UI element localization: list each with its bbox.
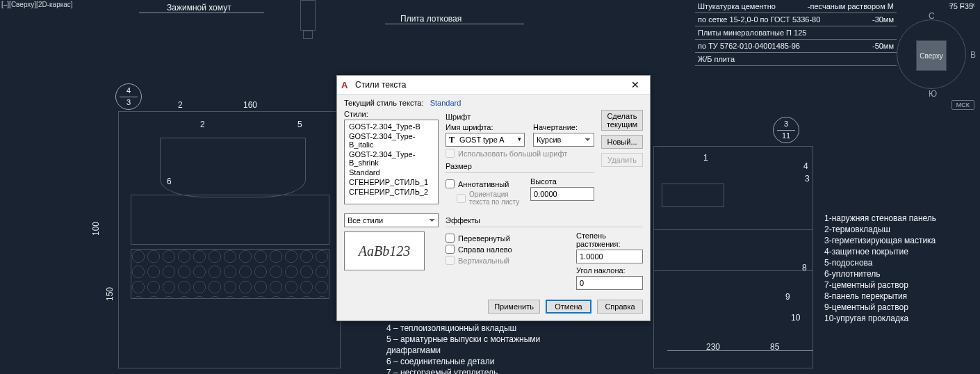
legend-item: диафрагмами	[386, 345, 540, 356]
close-icon[interactable]: ✕	[626, 79, 644, 90]
cad-dim: 8	[802, 263, 807, 273]
viewcube-south[interactable]: Ю	[929, 89, 937, 99]
legend-item: 6-уплотнитель	[824, 268, 936, 279]
cancel-button[interactable]: Отмена	[546, 300, 591, 314]
spec-row: по сетке 15-2,0-0 по ГОСТ 5336-80 -30мм	[695, 13, 897, 26]
cad-dim: 150	[105, 287, 115, 301]
oblique-angle-label: Угол наклона:	[576, 266, 643, 275]
font-name-combo[interactable]: T GOST type A ▾	[446, 133, 525, 147]
oblique-angle-input[interactable]	[576, 276, 643, 290]
legend-item: 2-термовкладыш	[824, 224, 936, 235]
cad-dimline	[667, 350, 813, 351]
styles-label: Стили:	[344, 110, 439, 118]
upside-down-checkbox-input[interactable]	[446, 234, 455, 243]
font-name-value: GOST type A	[459, 136, 505, 144]
current-style-value: Standard	[430, 99, 462, 107]
width-factor-label: Степень растяжения:	[576, 231, 643, 248]
style-item[interactable]: GOST-2.304_Type-B_italic	[345, 131, 438, 149]
style-filter-combo[interactable]: Все стили	[344, 213, 439, 227]
cad-hatch	[131, 249, 329, 299]
viewcube[interactable]: Сверху С В Ю	[890, 13, 973, 96]
delete-button: Удалить	[601, 153, 643, 167]
chevron-down-icon: ▾	[518, 136, 521, 143]
height-input[interactable]	[530, 187, 594, 201]
help-button[interactable]: Справка	[597, 300, 643, 314]
truetype-icon: T	[449, 135, 457, 145]
current-style-row: Текущий стиль текста: Standard	[344, 99, 643, 107]
spec-cell: Плиты минераловатные П 125	[698, 29, 887, 37]
annotative-checkbox[interactable]: Аннотативный	[446, 179, 522, 188]
rtl-checkbox-input[interactable]	[446, 245, 455, 254]
orient-checkbox-input	[457, 194, 466, 203]
cad-dim: 1	[703, 153, 708, 163]
spec-cell: по ТУ 5762-010-04001485-96	[698, 42, 865, 50]
spec-row: Штукатурка цементно -песчаным раствором …	[695, 0, 897, 13]
dialog-titlebar[interactable]: A Стили текста ✕	[337, 76, 650, 95]
rtl-checkbox[interactable]: Справа налево	[446, 245, 568, 254]
vertical-label: Вертикальный	[458, 257, 509, 265]
annotative-checkbox-input[interactable]	[446, 179, 455, 188]
viewcube-north[interactable]: С	[929, 11, 935, 21]
dialog-footer: Применить Отмена Справка	[337, 295, 650, 320]
styles-listbox[interactable]: GOST-2.304_Type-B GOST-2.304_Type-B_ital…	[344, 120, 439, 204]
style-item[interactable]: GOST-2.304_Type-B	[345, 122, 438, 131]
legend-right: 1-наружняя стеновая панель 2-термовклады…	[824, 213, 936, 324]
cad-dim: 100	[91, 222, 101, 236]
spec-row: по ТУ 5762-010-04001485-96 -50мм	[695, 40, 897, 53]
spec-table: Штукатурка цементно -песчаным раствором …	[695, 0, 897, 66]
legend-item: 7 – несгораемый утеплитель	[386, 367, 540, 374]
width-factor-input[interactable]	[576, 250, 643, 263]
style-item[interactable]: GOST-2.304_Type-B_shrink	[345, 149, 438, 168]
style-item[interactable]: Standard	[345, 168, 438, 177]
rtl-label: Справа налево	[458, 245, 512, 254]
orient-label: Ориентация текста по листу	[469, 190, 522, 206]
cad-dim: 4	[803, 161, 808, 171]
orient-checkbox: Ориентация текста по листу	[457, 190, 522, 206]
bubble-top: 4	[126, 86, 131, 95]
size-group-label: Размер	[446, 162, 594, 170]
effects-group-label: Эффекты	[446, 216, 643, 225]
viewport-tag: [–][Сверху][2D-каркас]	[1, 1, 73, 8]
legend-item: 8-панель перекрытия	[824, 291, 936, 302]
spec-cell: -песчаным раствором М	[808, 2, 894, 10]
big-font-checkbox: Использовать большой шрифт	[446, 149, 594, 158]
height-label: Высота	[530, 177, 594, 186]
bubble-top: 3	[784, 120, 788, 129]
cad-shape	[160, 138, 306, 197]
bubble-bot: 3	[126, 98, 131, 107]
bubble-bot: 11	[782, 131, 790, 140]
dialog-title: Стили текста	[355, 80, 626, 90]
cad-dim: 160	[243, 100, 257, 110]
legend-item: 5 – арматурные выпуски с монтажными	[386, 334, 540, 345]
spec-row: Плиты минераловатные П 125	[695, 26, 897, 40]
cad-shape	[131, 195, 329, 245]
apply-button[interactable]: Применить	[488, 300, 540, 314]
viewcube-east[interactable]: В	[970, 50, 976, 60]
cad-dim: 10	[791, 313, 800, 323]
font-style-label: Начертание:	[533, 123, 594, 131]
set-current-button[interactable]: Сделать текущим	[601, 110, 643, 131]
style-item[interactable]: СГЕНЕРИР_СТИЛЬ_2	[345, 187, 438, 197]
big-font-checkbox-input	[446, 149, 455, 158]
vertical-checkbox-input	[446, 256, 455, 265]
legend-item: 4-защитное покрытие	[824, 246, 936, 257]
legend-item: 7-цементный раствор	[824, 279, 936, 291]
cad-shape	[653, 229, 813, 271]
legend-item: 10-упругая прокладка	[824, 313, 936, 324]
cad-shape	[662, 184, 724, 207]
style-item[interactable]: СГЕНЕРИР_СТИЛЬ_1	[345, 177, 438, 187]
new-button[interactable]: Новый...	[601, 135, 643, 149]
legend-item: 9-цементный раствор	[824, 302, 936, 313]
font-style-combo[interactable]: Курсив	[533, 133, 594, 147]
big-font-label: Использовать большой шрифт	[458, 149, 567, 158]
upside-down-checkbox[interactable]: Перевернутый	[446, 234, 568, 243]
spec-cell: по сетке 15-2,0-0 по ГОСТ 5336-80	[698, 15, 865, 24]
legend-item: 1-наружняя стеновая панель	[824, 213, 936, 224]
spec-cell: Штукатурка цементно	[698, 2, 801, 10]
legend-item: 5-подоснова	[824, 257, 936, 268]
viewcube-face[interactable]: Сверху	[916, 40, 947, 71]
coord-system-tag[interactable]: МСК	[952, 100, 974, 110]
legend-item: 3-герметизирующая мастика	[824, 235, 936, 246]
font-name-label: Имя шрифта:	[446, 123, 525, 131]
legend-item: 4 – теплоизоляционный вкладыш	[386, 323, 540, 334]
